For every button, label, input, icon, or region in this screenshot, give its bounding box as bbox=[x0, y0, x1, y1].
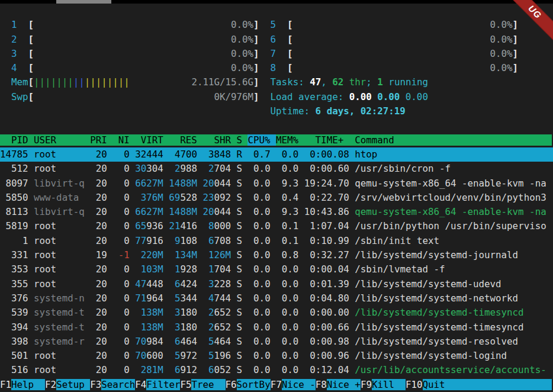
process-row-331[interactable]: 331 root 19 -1 220M 134M 126M S 0.0 0.8 … bbox=[0, 248, 553, 262]
fkey-label-f10[interactable]: Quit bbox=[423, 379, 552, 390]
process-row-398[interactable]: 398 systemd-r 20 0 70984 6464 5464 S 0.0… bbox=[0, 335, 553, 349]
process-row-539[interactable]: 539 systemd-t 20 0 138M 3180 2652 S 0.0 … bbox=[0, 306, 553, 320]
cpu-meter-row-1-5: 1 [ 0.0%] 5 [ 0.0%] bbox=[0, 18, 553, 32]
fkey-label-f4[interactable]: Filter bbox=[146, 379, 180, 390]
cpu-meter-row-4-8: 4 [ 0.0%] 8 [ 0.0%] bbox=[0, 61, 553, 75]
process-row-376[interactable]: 376 systemd-n 20 0 71964 5344 4744 S 0.0… bbox=[0, 291, 553, 306]
cpu-meter-row-2-6: 2 [ 0.0%] 6 [ 0.0%] bbox=[0, 33, 553, 47]
fkey-label-f8[interactable]: Nice + bbox=[327, 379, 361, 390]
process-row-353[interactable]: 353 root 20 0 103M 1928 1704 S 0.0 0.0 0… bbox=[0, 262, 553, 277]
function-key-bar: F1Help F2Setup F3SearchF4FilterF5Tree F6… bbox=[0, 378, 553, 392]
fkey-label-f1[interactable]: Help bbox=[11, 379, 45, 390]
table-header[interactable]: PID USER PRI NI VIRT RES SHR S CPU% MEM%… bbox=[0, 133, 553, 147]
fkey-label-f3[interactable]: Search bbox=[101, 379, 135, 390]
process-row-1[interactable]: 1 root 20 0 77916 9108 6708 S 0.0 0.1 0:… bbox=[0, 234, 553, 248]
blank-line bbox=[0, 118, 553, 133]
cpu-meter-row-3-7: 3 [ 0.0%] 7 [ 0.0%] bbox=[0, 47, 553, 61]
fkey-F7[interactable]: F7 bbox=[271, 379, 282, 390]
htop-terminal: 1 [ 0.0%] 5 [ 0.0%] 2 [ 0.0%] 6 [ 0.0%] … bbox=[0, 0, 553, 392]
fkey-F5[interactable]: F5 bbox=[180, 379, 191, 390]
fkey-F10[interactable]: F10 bbox=[406, 379, 423, 390]
process-row-8097[interactable]: 8097 libvirt-q 20 0 6627M 1488M 20044 S … bbox=[0, 176, 553, 191]
process-row-355[interactable]: 355 root 20 0 47448 6424 3228 S 0.0 0.0 … bbox=[0, 277, 553, 291]
blank-line bbox=[0, 4, 553, 18]
sort-column-cpu[interactable]: CPU% bbox=[247, 134, 276, 146]
process-row-14785[interactable]: 14785 root 20 0 32444 4700 3848 R 0.7 0.… bbox=[0, 147, 553, 162]
process-row-501[interactable]: 501 root 20 0 70600 5972 5196 S 0.0 0.0 … bbox=[0, 349, 553, 363]
fkey-F6[interactable]: F6 bbox=[226, 379, 237, 390]
fkey-label-f7[interactable]: Nice - bbox=[282, 379, 316, 390]
fkey-F9[interactable]: F9 bbox=[361, 379, 372, 390]
process-row-5819[interactable]: 5819 root 20 0 65936 21416 8000 S 0.0 0.… bbox=[0, 219, 553, 233]
terminal-grid: 1 [ 0.0%] 5 [ 0.0%] 2 [ 0.0%] 6 [ 0.0%] … bbox=[0, 4, 553, 392]
fkey-F3[interactable]: F3 bbox=[90, 379, 101, 390]
fkey-F2[interactable]: F2 bbox=[45, 379, 56, 390]
process-row-8113[interactable]: 8113 libvirt-q 20 0 6627M 1488M 20044 S … bbox=[0, 205, 553, 219]
fkey-label-f2[interactable]: Setup bbox=[56, 379, 90, 390]
fkey-F4[interactable]: F4 bbox=[135, 379, 146, 390]
fkey-F8[interactable]: F8 bbox=[316, 379, 327, 390]
process-row-5850[interactable]: 5850 www-data 20 0 376M 69528 23092 S 0.… bbox=[0, 191, 553, 205]
process-row-516[interactable]: 516 root 20 0 281M 6912 6052 S 0.0 0.0 0… bbox=[0, 363, 553, 377]
process-row-394[interactable]: 394 systemd-t 20 0 138M 3180 2652 S 0.0 … bbox=[0, 320, 553, 335]
fkey-F1[interactable]: F1 bbox=[0, 379, 11, 390]
fkey-label-f6[interactable]: SortBy bbox=[237, 379, 271, 390]
mem-meter-tasks-row: Mem[||||||||||||||||| 2.11G/15.6G] Tasks… bbox=[0, 75, 553, 89]
fkey-label-f5[interactable]: Tree bbox=[191, 379, 225, 390]
fkey-label-f9[interactable]: Kill bbox=[372, 379, 406, 390]
uptime-row: Uptime: 6 days, 02:27:19 bbox=[0, 104, 553, 118]
swap-meter-load-row: Swp[ 0K/976M] Load average: 0.00 0.00 0.… bbox=[0, 90, 553, 104]
process-row-512[interactable]: 512 root 20 0 30304 2988 2704 S 0.0 0.0 … bbox=[0, 162, 553, 176]
